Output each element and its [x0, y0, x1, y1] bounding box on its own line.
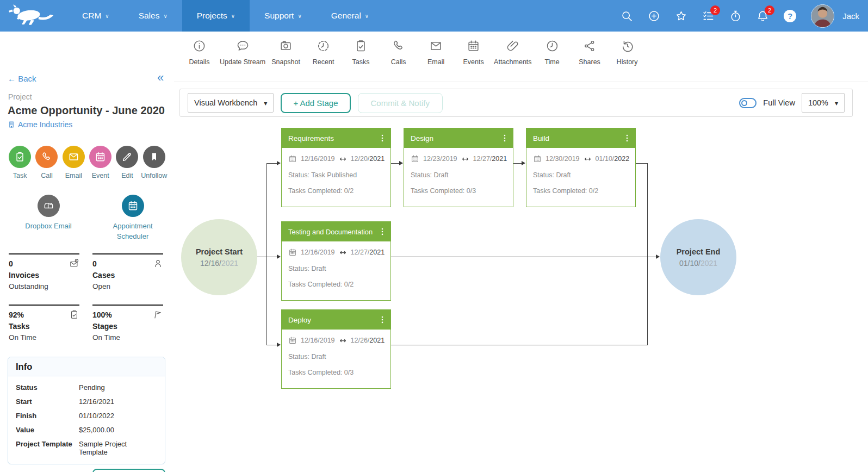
notification-badge: 2 — [765, 5, 774, 15]
tab-update-stream[interactable]: Update Stream — [218, 32, 267, 82]
tab-time[interactable]: Time — [534, 32, 571, 82]
nav-item-sales[interactable]: Sales — [124, 0, 182, 32]
info-label: Value — [16, 426, 79, 434]
project-start-node[interactable]: Project Start 12/16/2021 — [181, 219, 257, 295]
call-action-button[interactable]: Call — [33, 146, 60, 179]
edit-icon — [116, 146, 138, 168]
info-value: Pending — [79, 383, 105, 392]
event-action-button[interactable]: Event — [87, 146, 114, 179]
invoices-stat-card[interactable]: 0 Invoices Outstanding — [9, 253, 79, 295]
stage-end-date: 12/20/2021 — [351, 155, 385, 163]
tab-tasks[interactable]: Tasks — [342, 32, 380, 82]
stage-start-date: 12/30/2019 — [545, 155, 580, 163]
stat-name: Stages — [92, 322, 163, 331]
camera-icon — [279, 39, 293, 53]
timer-icon[interactable] — [729, 10, 742, 22]
node-title: Project End — [677, 247, 721, 256]
share-icon — [583, 39, 597, 53]
add-stage-button[interactable]: + Add Stage — [281, 93, 350, 113]
nav-item-support[interactable]: Support — [250, 0, 317, 32]
stage-card-requirements[interactable]: Requirements 12/16/2019 12/20/2021 Statu… — [281, 128, 391, 207]
stage-card-design[interactable]: Design 12/23/2019 12/27/2021 Status: Dra… — [404, 128, 513, 207]
tab-calls[interactable]: Calls — [380, 32, 417, 82]
back-button[interactable]: ← Back — [8, 74, 36, 83]
tab-recent[interactable]: Recent — [305, 32, 342, 82]
tab-events[interactable]: Events — [455, 32, 492, 82]
account-link[interactable]: Acme Industries — [8, 120, 72, 129]
connector-arrowhead — [399, 161, 403, 165]
user-name[interactable]: Jack — [842, 11, 859, 21]
connector-line — [257, 257, 278, 257]
appointment-icon — [122, 195, 144, 217]
tab-label: Tasks — [352, 58, 370, 66]
chat-icon — [236, 39, 250, 53]
zoom-selector-dropdown[interactable]: 100% — [802, 93, 845, 113]
dropbox-email-icon — [38, 195, 60, 217]
commit-notify-button[interactable]: Commit & Notify — [358, 93, 443, 113]
tab-label: Shares — [579, 58, 600, 66]
tasks-stat-card[interactable]: 92% Tasks On Time — [9, 305, 79, 346]
tab-attachments[interactable]: Attachments — [492, 32, 533, 82]
tab-label: Events — [463, 58, 483, 66]
stage-card-build[interactable]: Build 12/30/2019 01/10/2022 Status: Draf… — [526, 128, 636, 207]
stat-name: Invoices — [9, 271, 79, 280]
connector-line — [636, 163, 648, 164]
brand-logo-kangaroo-icon[interactable] — [5, 2, 55, 30]
help-icon[interactable]: ? — [784, 10, 796, 22]
tab-label: Update Stream — [220, 58, 265, 66]
tab-details[interactable]: Details — [181, 32, 218, 82]
stage-menu-icon[interactable] — [377, 227, 387, 237]
zoom-value: 100% — [808, 98, 828, 107]
stages-stat-card[interactable]: 100% Stages On Time — [92, 305, 163, 346]
favorites-icon[interactable] — [675, 10, 687, 22]
appointment-scheduler-button[interactable]: Appointment Scheduler — [99, 195, 166, 241]
full-view-toggle[interactable] — [739, 98, 757, 108]
add-fields-button[interactable]: + Add Fields — [92, 469, 165, 472]
todo-list-icon[interactable]: 2 — [702, 10, 715, 22]
tab-snapshot[interactable]: Snapshot — [267, 32, 305, 82]
stat-sub: Outstanding — [9, 282, 79, 290]
stage-header: Requirements — [282, 128, 390, 148]
full-view-label: Full View — [763, 98, 795, 107]
stage-menu-icon[interactable] — [500, 133, 510, 143]
stage-end-date: 12/26/2021 — [351, 337, 385, 344]
unfollow-action-button[interactable]: Unfollow — [141, 146, 168, 179]
stage-menu-icon[interactable] — [377, 133, 387, 143]
view-selector-dropdown[interactable]: Visual Workbench — [188, 93, 274, 113]
history-icon — [621, 39, 634, 53]
tab-shares[interactable]: Shares — [571, 32, 609, 82]
stage-title: Requirements — [288, 134, 334, 142]
todo-badge: 2 — [710, 5, 720, 15]
connector-arrowhead — [277, 254, 281, 259]
tab-history[interactable]: History — [609, 32, 646, 82]
stage-body: 12/16/2019 12/20/2021 Status: Task Publi… — [282, 148, 390, 195]
info-label: Status — [16, 383, 79, 392]
email-action-button[interactable]: Email — [60, 146, 87, 179]
info-panel: Info Status Pending Start 12/16/2021 Fin… — [8, 357, 165, 464]
stage-menu-icon[interactable] — [377, 315, 387, 325]
event-icon — [89, 146, 111, 168]
task-action-button[interactable]: Task — [7, 146, 33, 179]
collapse-sidebar-icon[interactable]: « — [157, 71, 164, 85]
search-icon[interactable] — [621, 10, 633, 22]
stage-menu-icon[interactable] — [622, 133, 632, 143]
avatar[interactable] — [811, 4, 834, 28]
project-end-node[interactable]: Project End 01/10/2021 — [660, 219, 736, 295]
dropbox-email-button[interactable]: Dropbox Email — [21, 195, 76, 231]
nav-item-projects[interactable]: Projects — [182, 0, 250, 32]
connector-arrowhead — [656, 254, 660, 259]
quick-add-icon[interactable] — [648, 10, 660, 22]
tab-email[interactable]: Email — [417, 32, 455, 82]
phone-icon — [392, 39, 405, 53]
stage-card-deploy[interactable]: Deploy 12/16/2019 12/26/2021 Status: Dra… — [281, 309, 391, 389]
stage-card-testing-and-documentation[interactable]: Testing and Documentation 12/16/2019 12/… — [281, 221, 391, 301]
edit-action-button[interactable]: Edit — [114, 146, 140, 179]
connector-line — [647, 163, 648, 345]
calendar-icon — [411, 154, 419, 163]
nav-item-crm[interactable]: CRM — [67, 0, 124, 32]
notifications-icon[interactable]: 2 — [757, 10, 769, 22]
nav-item-general[interactable]: General — [317, 0, 383, 32]
unfollow-icon — [143, 146, 165, 168]
page-title: Acme Opportunity - June 2020 — [8, 104, 165, 117]
cases-stat-card[interactable]: 0 Cases Open — [92, 253, 163, 295]
